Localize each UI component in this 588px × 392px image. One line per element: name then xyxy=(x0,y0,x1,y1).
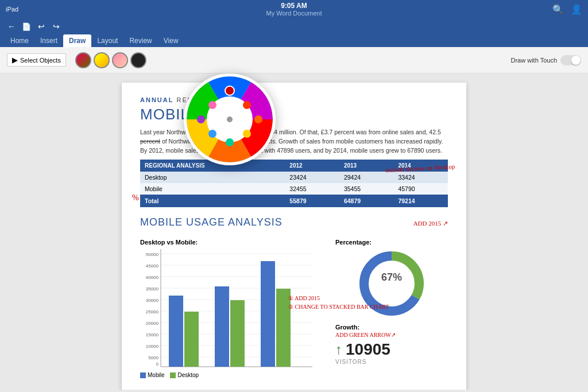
growth-number: 10905 xyxy=(346,340,390,359)
growth-number-display: ↑ 10905 xyxy=(335,340,448,359)
legend-dot-mobile xyxy=(140,372,146,378)
doc-page: % ANNUAL REPORT 2015 MOBILE GROWTH Last … xyxy=(122,83,466,390)
bar-2012-desktop xyxy=(184,312,199,367)
table-footer-row: Total558796487979214 xyxy=(140,195,448,207)
select-objects-label: Select Objects xyxy=(20,57,61,64)
svg-text:20000: 20000 xyxy=(146,321,159,326)
growth-label: Growth: xyxy=(335,324,448,331)
chart-left: Desktop vs Mobile: 50000 45000 40000 350… xyxy=(140,239,324,378)
svg-point-8 xyxy=(243,130,251,138)
charts-row: Desktop vs Mobile: 50000 45000 40000 350… xyxy=(140,239,448,378)
legend-dot-desktop xyxy=(170,372,176,378)
tab-home[interactable]: Home xyxy=(5,34,34,47)
svg-point-9 xyxy=(254,115,262,123)
draw-touch-label: Draw with Touch xyxy=(511,57,558,64)
tab-view[interactable]: View xyxy=(158,34,184,47)
color-picker-popup[interactable] xyxy=(184,73,276,165)
title-bar-right: 🔍 👤 xyxy=(552,4,582,15)
tab-draw[interactable]: Draw xyxy=(63,34,91,47)
chart-title: Desktop vs Mobile: xyxy=(140,239,324,246)
title-bar: iPad 9:05 AM My Word Document 🔍 👤 xyxy=(0,0,588,18)
svg-point-3 xyxy=(225,86,234,95)
strikethrough-text: percent xyxy=(140,138,160,145)
svg-text:35000: 35000 xyxy=(146,286,159,292)
select-objects-button[interactable]: ▶ Select Objects xyxy=(7,53,66,67)
svg-text:40000: 40000 xyxy=(146,275,159,280)
bar-2013-mobile xyxy=(215,286,229,367)
svg-point-5 xyxy=(197,115,205,123)
legend-mobile-label: Mobile xyxy=(148,372,164,378)
legend: Mobile Desktop xyxy=(140,372,324,378)
cursor-icon: ▶ xyxy=(12,56,18,64)
annotation-green-arrow: ADD GREEN ARROW↗ xyxy=(335,332,448,338)
back-button[interactable]: ← xyxy=(5,20,18,33)
search-button[interactable]: 🔍 xyxy=(552,4,564,15)
legend-desktop-label: Desktop xyxy=(177,372,199,378)
svg-text:0: 0 xyxy=(156,362,159,367)
growth-section: Growth: ADD GREEN ARROW↗ ↑ 10905 VISITOR… xyxy=(335,324,448,365)
growth-visitors: VISITORS xyxy=(335,359,448,365)
svg-text:30000: 30000 xyxy=(146,298,159,303)
svg-text:50000: 50000 xyxy=(146,252,159,257)
svg-text:5000: 5000 xyxy=(148,355,158,360)
tab-review[interactable]: Review xyxy=(123,34,157,47)
undo-button[interactable]: ↩ xyxy=(34,20,48,33)
pen-swatch-3[interactable] xyxy=(112,52,128,68)
time-display: 9:05 AM xyxy=(266,2,322,10)
bar-2012-mobile xyxy=(169,296,183,367)
svg-point-10 xyxy=(243,101,251,109)
svg-point-11 xyxy=(227,117,233,122)
user-button[interactable]: 👤 xyxy=(571,4,582,15)
doc-title-label: My Word Document xyxy=(266,10,322,17)
legend-desktop: Desktop xyxy=(170,372,199,378)
pen-swatch-1[interactable] xyxy=(75,52,91,68)
table-header-2012: 2012 xyxy=(285,160,339,172)
pen-swatch-black[interactable] xyxy=(130,52,146,68)
svg-text:10000: 10000 xyxy=(146,344,159,349)
legend-mobile: Mobile xyxy=(140,372,164,378)
redo-button[interactable]: ↪ xyxy=(49,20,63,33)
usage-title: MOBILE USAGE ANALYSIS xyxy=(140,216,283,228)
pen-tools xyxy=(75,52,146,68)
svg-text:25000: 25000 xyxy=(146,309,159,315)
pen-swatch-2[interactable] xyxy=(94,52,110,68)
svg-point-4 xyxy=(208,101,216,109)
annotation-chart: ① ADD 2015② CHANGE TO STACKED BAR CHART xyxy=(288,294,389,311)
table-row: Mobile324553545545790 xyxy=(140,183,448,195)
file-button[interactable]: 📄 xyxy=(20,20,33,33)
bar-2014-mobile xyxy=(261,261,275,367)
tab-insert[interactable]: Insert xyxy=(34,34,63,47)
nav-toolbar: ← 📄 ↩ ↪ xyxy=(0,18,588,34)
ribbon-tabs: Home Insert Draw Layout Review View xyxy=(0,34,588,47)
table-row: Desktop234242942433424 xyxy=(140,172,448,183)
tab-layout[interactable]: Layout xyxy=(91,34,123,47)
svg-point-7 xyxy=(226,138,234,146)
bar-2013-desktop xyxy=(230,300,245,367)
svg-text:15000: 15000 xyxy=(146,332,159,337)
annotation-percent: % xyxy=(132,193,139,203)
up-arrow-icon: ↑ xyxy=(335,341,342,358)
annotation-add2015: ADD 2015 ↗ xyxy=(413,220,448,227)
ipad-label: iPad xyxy=(6,6,18,13)
percentage-title: Percentage: xyxy=(335,239,448,246)
title-bar-left: iPad xyxy=(6,6,18,13)
doc-area: % ANNUAL REPORT 2015 MOBILE GROWTH Last … xyxy=(0,73,588,390)
ribbon-bar: ▶ Select Objects xyxy=(0,47,588,73)
annual-label: ANNUAL xyxy=(140,96,173,103)
svg-text:45000: 45000 xyxy=(146,263,159,269)
draw-touch-area: Draw with Touch xyxy=(511,55,582,65)
title-bar-center: 9:05 AM My Word Document xyxy=(266,2,322,17)
svg-text:67%: 67% xyxy=(381,271,402,283)
draw-touch-toggle[interactable] xyxy=(560,55,581,65)
svg-point-6 xyxy=(208,130,216,138)
